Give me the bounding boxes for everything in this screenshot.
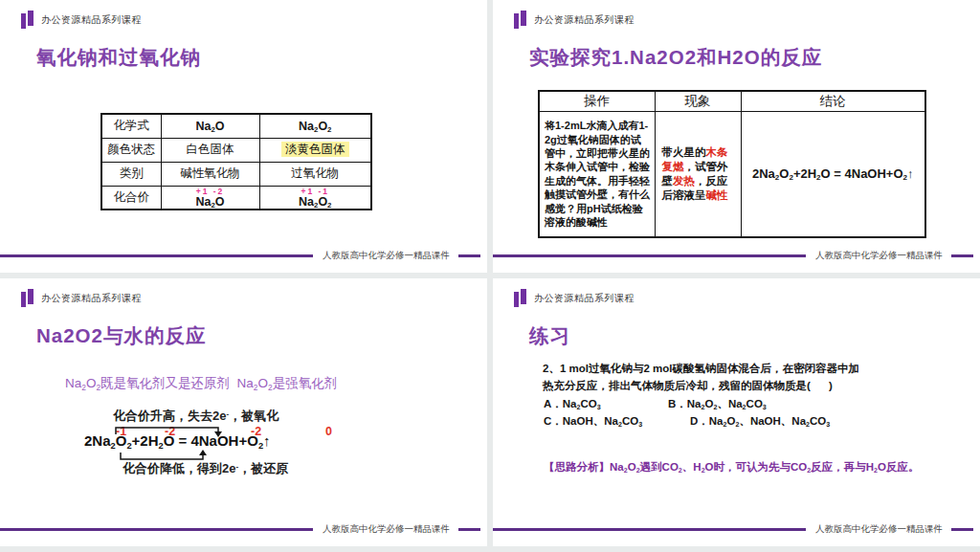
row-label: 化合价 [101, 186, 161, 210]
slide-na2o2-water-reaction[interactable]: 办公资源精品系列课程 Na2O2与水的反应 Na2O2既是氧化剂又是还原剂 Na… [0, 278, 487, 546]
table-row: 颜色状态 白色固体 淡黄色固体 [101, 138, 371, 162]
row-label: 类别 [101, 162, 161, 186]
brand-bars-icon [514, 11, 527, 29]
category-na2o: 碱性氧化物 [161, 162, 259, 186]
compare-table: 化学式 Na2O Na2O2 颜色状态 白色固体 淡黄色固体 类别 碱性氧化物 … [100, 113, 372, 210]
oxidation-numbers: +1 -1 [262, 188, 369, 196]
slide-footer: 人教版高中化学必修一精品课件 [493, 250, 980, 262]
option-c: C．NaOH、Na2CO3 [544, 414, 642, 429]
slide-footer: 人教版高中化学必修一精品课件 [0, 523, 487, 536]
slide-footer: 人教版高中化学必修一精品课件 [0, 250, 487, 262]
brand-header-text: 办公资源精品系列课程 [41, 292, 142, 305]
valence-na2o: +1 -2 Na2O [161, 186, 259, 210]
question-line-2: 热充分反应，排出气体物质后冷却，残留的固体物质是( ) [543, 379, 833, 393]
formula-na2o2: Na2O2 [259, 114, 371, 138]
slide-header: 办公资源精品系列课程 [21, 289, 142, 307]
reaction-equation: 2Na2O2+2H2O = 4NaOH+O2↑ [84, 432, 271, 449]
footer-text: 人教版高中化学必修一精品课件 [815, 523, 943, 536]
table-row: 化合价 +1 -2 Na2O +1 -1 Na2O2 [101, 186, 371, 210]
slide-header: 办公资源精品系列课程 [514, 289, 635, 307]
highlighted-text: 淡黄色固体 [281, 142, 349, 157]
experiment-table: 操作 现象 结论 将1-2mL水滴入成有1-2g过氧化钠固体的试管中，立即把带火… [538, 90, 926, 238]
footer-divider-accent [951, 254, 973, 257]
slide-title: 练习 [529, 322, 570, 349]
oxidation-note: 化合价升高，失去2e-，被氧化 [113, 408, 278, 425]
formula-na2o: Na2O [161, 114, 259, 138]
reduction-note: 化合价降低，得到2e-，被还原 [122, 460, 288, 477]
brand-header-text: 办公资源精品系列课程 [41, 13, 142, 27]
valence-na2o2: +1 -1 Na2O2 [259, 186, 371, 210]
footer-text: 人教版高中化学必修一精品课件 [815, 250, 943, 262]
slide-header: 办公资源精品系列课程 [21, 11, 142, 29]
brand-header-text: 办公资源精品系列课程 [534, 13, 635, 27]
header-phenomenon: 现象 [655, 91, 741, 111]
footer-text: 人教版高中化学必修一精品课件 [323, 250, 450, 262]
color-na2o2: 淡黄色固体 [259, 138, 371, 162]
row-label: 化学式 [101, 114, 161, 138]
slide-footer: 人教版高中化学必修一精品课件 [493, 523, 980, 536]
slide-title: 氧化钠和过氧化钠 [36, 44, 201, 71]
row-label: 颜色状态 [101, 138, 161, 162]
slide-header: 办公资源精品系列课程 [514, 11, 635, 29]
slide-sodium-oxide-vs-peroxide[interactable]: 办公资源精品系列课程 氧化钠和过氧化钠 化学式 Na2O Na2O2 颜色状态 … [0, 0, 487, 273]
oxidation-state-mark: -2 [165, 425, 175, 438]
question-line-1: 2、1 mol过氧化钠与2 mol碳酸氢钠固体混合后，在密闭容器中加 [543, 362, 859, 376]
footer-divider-line [0, 528, 313, 531]
slide-practice-question[interactable]: 办公资源精品系列课程 练习 2、1 mol过氧化钠与2 mol碳酸氢钠固体混合后… [493, 278, 980, 546]
table-header-row: 操作 现象 结论 [539, 91, 925, 111]
oxidizer-reducer-note: Na2O2既是氧化剂又是还原剂 Na2O2是强氧化剂 [65, 375, 337, 392]
footer-divider-line [493, 254, 806, 257]
header-operation: 操作 [539, 91, 655, 111]
slide-grid-page: { "brand": { "header": "办公资源精品系列课程", "fo… [0, 0, 980, 552]
table-row: 类别 碱性氧化物 过氧化物 [101, 162, 371, 186]
brand-bars-icon [21, 11, 34, 29]
table-row: 化学式 Na2O Na2O2 [101, 114, 371, 138]
brand-bars-icon [514, 289, 527, 307]
footer-divider-accent [458, 528, 480, 531]
oxidation-state-mark: -1 [116, 425, 126, 438]
phenomenon-cell: 带火星的木条复燃，试管外壁发热，反应后溶液呈碱性 [655, 111, 741, 237]
brand-bars-icon [21, 289, 34, 307]
table-body-row: 将1-2mL水滴入成有1-2g过氧化钠固体的试管中，立即把带火星的木条伸入试管中… [539, 111, 925, 237]
header-conclusion: 结论 [741, 91, 925, 111]
footer-text: 人教版高中化学必修一精品课件 [323, 523, 450, 536]
slide-experiment-na2o2-h2o[interactable]: 办公资源精品系列课程 实验探究1.Na2O2和H2O的反应 操作 现象 结论 将… [493, 0, 980, 273]
brand-header-text: 办公资源精品系列课程 [534, 292, 635, 305]
oxidation-state-mark: 0 [325, 425, 332, 438]
footer-divider-accent [951, 528, 973, 531]
option-d: D．Na2O2、NaOH、Na2CO3 [690, 414, 830, 429]
footer-divider-line [0, 254, 313, 257]
option-b: B．Na2O2、Na2CO3 [668, 397, 767, 411]
option-a: A．Na2CO3 [544, 397, 601, 411]
formula-na2o: Na2O [164, 196, 257, 209]
conclusion-equation: 2Na2O2+2H2O = 4NaOH+O2↑ [741, 111, 925, 237]
slide-title: 实验探究1.Na2O2和H2O的反应 [529, 44, 822, 71]
footer-divider-accent [458, 254, 480, 257]
oxidation-state-mark: -2 [251, 425, 261, 438]
slide-title: Na2O2与水的反应 [36, 322, 206, 349]
color-na2o: 白色固体 [161, 138, 259, 162]
formula-na2o2: Na2O2 [262, 196, 369, 209]
footer-divider-line [493, 528, 806, 531]
analysis-note: 【思路分析】Na2O2遇到CO2、H2O时，可认为先与CO2反应，再与H2O反应… [544, 460, 920, 475]
operation-cell: 将1-2mL水滴入成有1-2g过氧化钠固体的试管中，立即把带火星的木条伸入试管中… [539, 111, 655, 237]
category-na2o2: 过氧化物 [259, 162, 371, 186]
